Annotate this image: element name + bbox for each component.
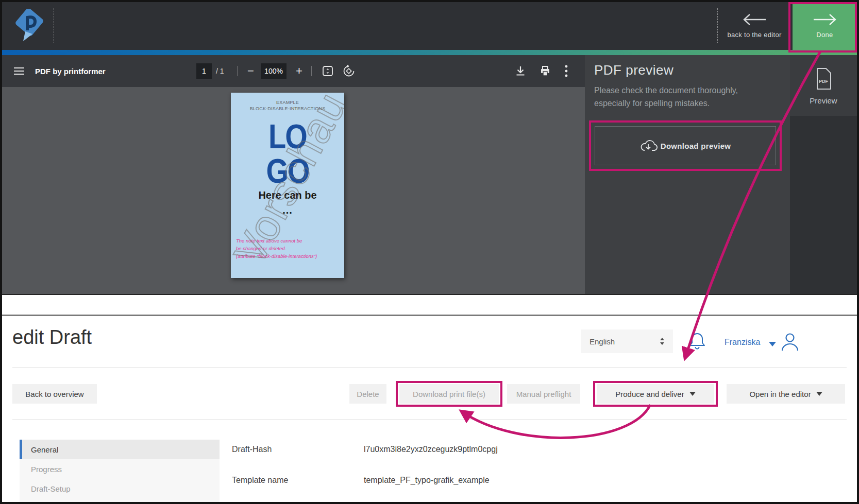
done-label: Done <box>793 31 857 39</box>
pdf-editor-section: back to the editor Done PDF by printform… <box>2 2 857 295</box>
open-in-editor-button[interactable]: Open in the editor <box>727 384 845 404</box>
svg-text:PDF: PDF <box>819 79 829 84</box>
appbar-divider-left <box>54 8 54 43</box>
back-to-editor-button[interactable]: back to the editor <box>719 2 789 50</box>
toolbar-separator <box>237 66 238 76</box>
rotate-page-icon[interactable] <box>342 55 356 87</box>
pdf-file-icon: PDF <box>814 67 833 90</box>
draft-menu: General Progress Draft-Setup <box>20 440 220 504</box>
document-logo-text: LO GO <box>231 119 344 188</box>
document-header-line2: BLOCK-DISABLE-INTERACTIONS <box>231 106 344 112</box>
actions-divider <box>12 419 847 420</box>
preview-tab-label: Preview <box>790 96 857 105</box>
zoom-level-value[interactable]: 100% <box>261 63 287 79</box>
edit-draft-panel: edit Draft English Franziska Back to ove… <box>2 315 857 502</box>
template-name-value: template_PF_typo-grafik_example <box>364 471 490 490</box>
print-icon[interactable] <box>539 55 551 87</box>
sidebar-subtitle: Please check the document thoroughly, es… <box>594 84 738 110</box>
arrow-right-icon <box>813 13 837 26</box>
document-header: EXAMPLE BLOCK-DISABLE-INTERACTIONS <box>231 99 344 112</box>
brand-gradient-bar <box>2 50 857 55</box>
zoom-out-button[interactable]: − <box>247 55 254 87</box>
template-name-label: Template name <box>232 471 288 490</box>
draft-hash-value: l7u0xm3i8e2yxz0zceguzk9ptlm0cpgj <box>364 440 498 459</box>
produce-caret-icon <box>689 392 696 396</box>
manual-preflight-button[interactable]: Manual preflight <box>507 384 580 404</box>
menu-item-general[interactable]: General <box>20 440 220 459</box>
produce-and-deliver-button[interactable]: Produce and deliver <box>597 384 714 404</box>
pdf-canvas[interactable]: EXAMPLE BLOCK-DISABLE-INTERACTIONS LO GO… <box>2 87 585 294</box>
delete-button[interactable]: Delete <box>349 384 386 404</box>
user-menu-caret-icon[interactable] <box>769 342 776 346</box>
appbar-divider-right <box>717 8 718 43</box>
fit-to-page-icon[interactable] <box>322 55 334 87</box>
printformer-logo-icon <box>14 9 44 43</box>
pdf-main-column: PDF by printformer 1 / 1 − 100% + <box>2 55 585 294</box>
page-title: edit Draft <box>12 326 92 349</box>
pdf-page: EXAMPLE BLOCK-DISABLE-INTERACTIONS LO GO… <box>231 93 344 278</box>
right-tab-strip: PDF Preview <box>790 55 857 294</box>
preview-tab[interactable]: PDF Preview <box>790 55 857 116</box>
language-select[interactable]: English <box>581 329 673 353</box>
user-avatar-icon[interactable] <box>780 332 800 351</box>
viewer-title: PDF by printformer <box>35 55 106 87</box>
download-print-files-button[interactable]: Download print file(s) <box>399 384 499 404</box>
document-body-text: Here can be <box>234 189 342 201</box>
back-to-editor-label: back to the editor <box>719 31 789 39</box>
editor-appbar: back to the editor Done <box>2 2 857 50</box>
page-number-input[interactable]: 1 <box>196 63 212 79</box>
done-button[interactable]: Done <box>793 2 857 50</box>
back-to-overview-button[interactable]: Back to overview <box>12 384 97 404</box>
page-total-label: / 1 <box>216 55 224 87</box>
menu-item-draft-setup[interactable]: Draft-Setup <box>20 479 220 498</box>
pdf-viewer-body: PDF by printformer 1 / 1 − 100% + <box>2 55 857 294</box>
screenshot-root: back to the editor Done PDF by printform… <box>0 0 859 504</box>
download-preview-highlight: Download preview <box>589 120 782 171</box>
draft-hash-label: Draft-Hash <box>232 440 272 459</box>
toolbar-separator <box>311 66 312 76</box>
sidebar-title: PDF preview <box>594 62 673 78</box>
zoom-in-button[interactable]: + <box>296 55 302 87</box>
document-ellipsis: ... <box>231 204 344 216</box>
open-editor-caret-icon <box>816 392 822 396</box>
select-arrows-icon <box>659 336 666 346</box>
pdf-preview-sidebar: PDF preview Please check the document th… <box>585 55 790 294</box>
language-select-value: English <box>589 337 615 346</box>
more-options-icon[interactable] <box>565 55 568 87</box>
header-divider <box>12 367 847 368</box>
notifications-bell-icon[interactable] <box>688 332 706 350</box>
cloud-download-icon <box>640 138 658 153</box>
pdf-toolbar: PDF by printformer 1 / 1 − 100% + <box>2 55 585 87</box>
download-preview-label: Download preview <box>661 142 731 150</box>
menu-item-progress[interactable]: Progress <box>20 459 220 479</box>
download-preview-button[interactable]: Download preview <box>595 126 776 165</box>
user-name[interactable]: Franziska <box>725 338 760 347</box>
download-pdf-icon[interactable] <box>514 55 527 87</box>
arrow-left-icon <box>742 13 767 26</box>
document-note-text: The note text above cannot be be changed… <box>236 237 317 260</box>
document-header-line1: EXAMPLE <box>231 99 344 106</box>
printformer-logo <box>14 9 44 43</box>
menu-hamburger-icon[interactable] <box>13 55 25 87</box>
